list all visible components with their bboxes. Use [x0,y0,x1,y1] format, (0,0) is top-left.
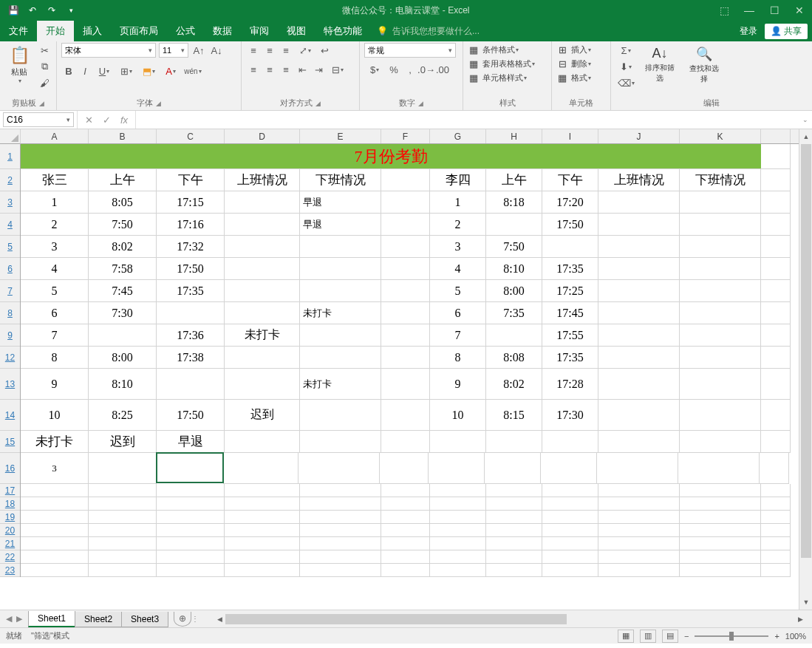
zoom-level[interactable]: 100% [785,632,806,641]
sheet-nav[interactable]: ◀▶ [0,614,28,624]
cell[interactable]: 6 [430,302,486,324]
cell[interactable] [761,400,791,431]
share-button[interactable]: 👤 共享 [765,24,808,39]
cell[interactable]: 下班情况 [300,169,381,191]
col-header-A[interactable]: A [21,129,89,143]
cell[interactable] [21,497,89,511]
tab-split-icon[interactable]: ⋮ [191,615,199,623]
vertical-scrollbar[interactable]: ▲ ▼ [799,129,812,610]
row-header-4[interactable]: 4 [0,214,20,236]
cell[interactable]: 未打卡 [300,369,381,400]
cell[interactable] [21,524,89,537]
cell[interactable] [542,564,598,577]
cell[interactable] [761,324,791,347]
copy-icon[interactable]: ⧉ [37,59,52,74]
cell[interactable] [761,431,791,453]
cell[interactable] [157,550,225,564]
paste-button[interactable]: 📋 粘贴 ▾ [4,43,34,87]
cell[interactable] [300,347,381,369]
cell[interactable]: 7 [430,324,486,347]
cell[interactable] [761,144,791,169]
cell[interactable] [381,511,430,524]
row-header-21[interactable]: 21 [0,537,20,550]
cell[interactable] [761,550,791,564]
cell[interactable] [761,169,791,191]
scroll-left-icon[interactable]: ◀ [214,614,225,624]
cell[interactable]: 3 [21,236,89,258]
cell[interactable] [381,236,430,258]
cell[interactable] [680,497,761,511]
cell[interactable] [598,258,680,280]
sheet-tab-Sheet3[interactable]: Sheet3 [121,612,168,627]
zoom-in-icon[interactable]: + [774,632,779,641]
cell[interactable] [486,497,542,511]
col-header-B[interactable]: B [89,129,157,143]
cell[interactable] [89,550,157,564]
cell[interactable] [680,484,761,497]
cell[interactable] [225,511,300,524]
row-header-6[interactable]: 6 [0,258,20,280]
align-right-icon[interactable]: ≡ [279,62,293,77]
cell[interactable]: 8:10 [486,258,542,280]
accounting-icon[interactable]: $▾ [364,62,385,77]
cell[interactable] [761,302,791,324]
zoom-slider[interactable] [695,635,768,637]
row-header-19[interactable]: 19 [0,511,20,524]
cell[interactable] [430,497,486,511]
cell[interactable] [761,537,791,550]
cell[interactable]: 李四 [430,169,486,191]
cell[interactable] [225,214,300,236]
cell[interactable] [598,431,680,453]
cell[interactable]: 3 [21,453,89,484]
row-header-7[interactable]: 7 [0,280,20,302]
cell[interactable] [486,484,542,497]
decrease-font-icon[interactable]: A↓ [209,43,224,58]
cell[interactable]: 9 [430,369,486,400]
cell[interactable] [89,564,157,577]
align-top-icon[interactable]: ≡ [246,43,261,58]
increase-decimal-icon[interactable]: .0→ [419,62,434,77]
col-header-H[interactable]: H [486,129,542,143]
cell[interactable] [156,452,224,483]
cell[interactable] [680,191,761,214]
cell[interactable] [21,564,89,577]
cell[interactable] [486,511,542,524]
name-box[interactable]: C16▾ [3,112,74,127]
tab-data[interactable]: 数据 [204,21,241,41]
delete-cells-button[interactable]: ⊟删除▾ [556,57,591,70]
autosum-icon[interactable]: Σ▾ [615,43,636,58]
align-bottom-icon[interactable]: ≡ [279,43,293,58]
cell[interactable] [381,302,430,324]
cell[interactable] [225,191,300,214]
cell[interactable] [597,453,678,484]
cell[interactable] [430,550,486,564]
tab-features[interactable]: 特色功能 [315,21,371,41]
cell[interactable]: 17:25 [542,280,598,302]
cell[interactable]: 7:50 [486,236,542,258]
bold-icon[interactable]: B [61,64,76,78]
cell[interactable]: 8:02 [486,369,542,400]
cell[interactable] [157,537,225,550]
cell[interactable]: 17:35 [542,347,598,369]
increase-font-icon[interactable]: A↑ [191,43,206,58]
cell[interactable] [680,324,761,347]
cell[interactable] [680,537,761,550]
cells-grid[interactable]: 7月份考勤张三上午下午上班情况下班情况李四上午下午上班情况下班情况18:0517… [21,144,799,610]
cell[interactable]: 早退 [300,191,381,214]
cell[interactable] [430,511,486,524]
cell[interactable]: 未打卡 [300,302,381,324]
cell[interactable] [598,524,680,537]
cell[interactable] [300,524,381,537]
cell[interactable] [300,497,381,511]
cell[interactable] [542,537,598,550]
cell[interactable] [430,537,486,550]
cell[interactable] [300,400,381,431]
increase-indent-icon[interactable]: ⇥ [311,62,326,77]
row-header-15[interactable]: 15 [0,431,20,453]
cell[interactable]: 17:36 [157,324,225,347]
scroll-right-icon[interactable]: ▶ [794,614,806,624]
cell[interactable]: 17:45 [542,302,598,324]
cell[interactable] [381,400,430,431]
cell[interactable]: 10 [21,400,89,431]
cut-icon[interactable]: ✂ [37,43,52,58]
